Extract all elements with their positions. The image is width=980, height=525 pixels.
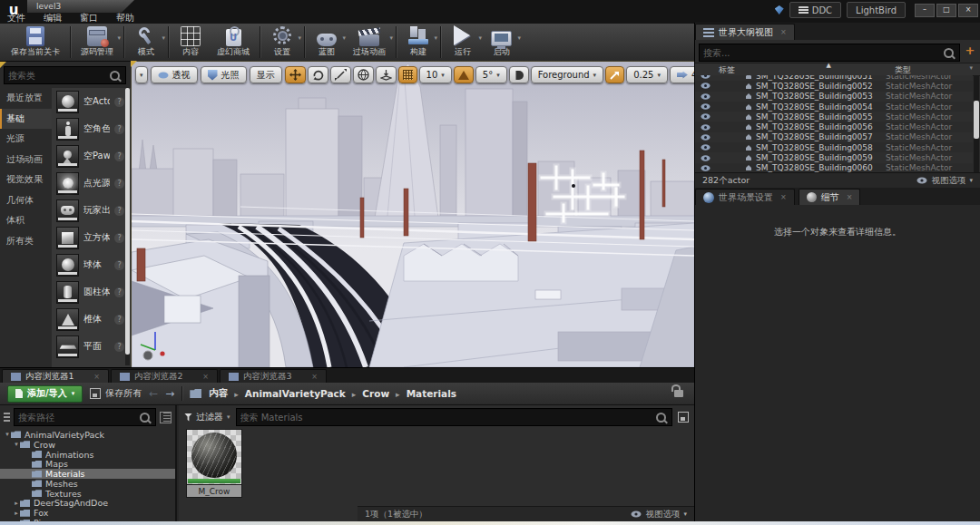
rotation-snap-value[interactable]: 5° xyxy=(475,66,507,83)
level-tab[interactable]: level3 xyxy=(27,0,134,13)
close-tab-icon[interactable]: × xyxy=(780,193,787,201)
tab-world-outliner[interactable]: 世界大纲视图× xyxy=(695,24,795,40)
save-all-button[interactable]: 保存所有 xyxy=(90,387,142,400)
tree-item-fox[interactable]: Fox xyxy=(0,508,175,518)
viewport-scene[interactable] xyxy=(132,62,694,367)
category-all-classes[interactable]: 所有类 xyxy=(0,231,52,252)
lock-icon[interactable] xyxy=(674,390,683,397)
outliner-search-input[interactable] xyxy=(700,48,942,58)
expand-arrow-icon[interactable] xyxy=(13,441,20,448)
menu-help[interactable]: 帮助 xyxy=(116,12,134,24)
layout-selector[interactable]: LightBird xyxy=(847,2,906,18)
list-view-icon[interactable] xyxy=(160,412,172,423)
category-cinematic[interactable]: 过场动画 xyxy=(0,150,52,170)
close-tab-icon[interactable]: × xyxy=(311,373,318,381)
place-item-empty-character[interactable]: 空角色 xyxy=(52,115,131,142)
grid-snap-toggle[interactable] xyxy=(398,66,417,83)
outliner-row[interactable]: SM_TQ3280SE_Building0056StaticMeshActor xyxy=(695,122,973,131)
rotation-snap-toggle[interactable] xyxy=(454,66,474,83)
tree-item-textures[interactable]: Textures xyxy=(0,489,175,499)
category-lights[interactable]: 光源 xyxy=(0,129,52,150)
save-level-button[interactable]: 保存当前关卡 xyxy=(4,24,67,61)
visibility-eye-icon[interactable] xyxy=(701,155,710,161)
category-recent[interactable]: 最近放置 xyxy=(0,88,52,109)
lit-mode-button[interactable]: 光照 xyxy=(201,66,247,83)
outliner-row[interactable]: SM_TQ3280SE_Building0055StaticMeshActor xyxy=(695,112,973,122)
tree-item-meshes[interactable]: Meshes xyxy=(0,479,175,489)
minimize-button[interactable]: – xyxy=(915,4,935,17)
dropdown-caret[interactable] xyxy=(117,34,121,42)
grid-snap-value[interactable]: 10 xyxy=(419,66,452,83)
outliner-scrollbar[interactable] xyxy=(974,75,979,173)
breadcrumb-crow[interactable]: Crow xyxy=(362,388,389,399)
launch-button[interactable]: 启动 xyxy=(482,24,521,61)
marketplace-button[interactable]: 虚幻商城 xyxy=(210,24,257,61)
place-search-input[interactable] xyxy=(5,71,108,81)
place-item-empty-pawn[interactable]: 空Pawn xyxy=(52,142,131,170)
visibility-eye-icon[interactable] xyxy=(701,83,710,89)
rotate-tool-button[interactable] xyxy=(308,66,328,83)
dropdown-caret[interactable] xyxy=(298,34,301,42)
blueprints-button[interactable]: 蓝图 xyxy=(308,24,346,61)
dropdown-caret[interactable] xyxy=(517,34,521,42)
outliner-filter-add-icon[interactable] xyxy=(964,44,976,57)
visibility-eye-icon[interactable] xyxy=(701,165,710,171)
viewport-options-button[interactable] xyxy=(135,66,148,83)
settings-button[interactable]: 设置 xyxy=(263,24,301,61)
save-search-icon[interactable] xyxy=(678,412,689,423)
scale-tool-button[interactable] xyxy=(330,66,351,83)
visibility-eye-icon[interactable] xyxy=(701,75,710,79)
breadcrumb-content[interactable]: 内容 xyxy=(209,387,228,400)
place-item-plane[interactable]: 平面 xyxy=(52,333,131,360)
category-basic[interactable]: 基础 xyxy=(0,109,52,130)
tab-content-browser-3[interactable]: 内容浏览器3× xyxy=(220,369,327,383)
outliner-view-options[interactable]: 视图选项 xyxy=(916,175,973,187)
perspective-button[interactable]: 透视 xyxy=(151,66,198,83)
menu-window[interactable]: 窗口 xyxy=(80,12,98,24)
tab-world-settings[interactable]: 世界场景设置× xyxy=(695,189,795,205)
column-options-caret[interactable]: ▾ xyxy=(969,64,973,72)
outliner-row[interactable]: SM_TQ3280SE_Building0053StaticMeshActor xyxy=(695,92,973,102)
forward-button[interactable]: → xyxy=(165,388,174,399)
menu-edit[interactable]: 编辑 xyxy=(44,12,62,24)
visibility-eye-icon[interactable] xyxy=(701,144,710,151)
expand-arrow-icon[interactable] xyxy=(13,500,20,507)
modes-button[interactable]: 模式 xyxy=(127,24,165,61)
place-search-box[interactable] xyxy=(4,66,126,84)
close-tab-icon[interactable]: × xyxy=(780,28,787,36)
close-tab-icon[interactable]: × xyxy=(93,373,100,381)
outliner-row[interactable]: SM_TQ3280SE_Building0054StaticMeshActor xyxy=(695,102,973,112)
maximize-button[interactable]: □ xyxy=(936,4,956,17)
tree-item-animalvarietypack[interactable]: AnimalVarietyPack xyxy=(0,430,175,440)
place-item-cone[interactable]: 椎体 xyxy=(52,306,131,333)
tree-item-crow[interactable]: Crow xyxy=(0,440,175,450)
expand-arrow-icon[interactable] xyxy=(13,510,20,517)
source-control-button[interactable]: 源码管理 xyxy=(74,24,121,61)
tab-content-browser-2[interactable]: 内容浏览器2× xyxy=(111,369,218,383)
scale-snap-toggle[interactable] xyxy=(605,66,624,83)
expand-arrow-icon[interactable] xyxy=(4,431,11,438)
dropdown-caret[interactable] xyxy=(434,34,437,42)
surface-snap-button[interactable] xyxy=(376,66,397,83)
scale-snap-value[interactable]: 0.25 xyxy=(626,66,668,83)
sources-toggle-icon[interactable] xyxy=(4,413,10,423)
menu-file[interactable]: 文件 xyxy=(7,12,25,24)
place-item-empty-actor[interactable]: 空Actor xyxy=(52,88,131,115)
place-item-point-light[interactable]: 点光源 xyxy=(52,170,131,197)
outliner-search-box[interactable] xyxy=(699,44,960,62)
outliner-row[interactable]: SM_TQ3280SE_Building0052StaticMeshActor xyxy=(695,81,973,91)
dropdown-caret[interactable] xyxy=(389,34,393,42)
close-button[interactable]: × xyxy=(958,4,978,17)
tree-item-animations[interactable]: Animations xyxy=(0,450,175,460)
outliner-row[interactable]: SM_TQ3280SE_Building0059StaticMeshActor xyxy=(695,152,973,162)
asset-tile-m-crow[interactable]: M_Crow xyxy=(186,429,242,498)
place-item-sphere[interactable]: 球体 xyxy=(52,251,131,278)
level-viewport[interactable]: 透视 光照 显示 10 5° Foreground 0.25 4 xyxy=(132,62,694,367)
visibility-eye-icon[interactable] xyxy=(701,113,710,120)
tab-content-browser-1[interactable]: 内容浏览器1× xyxy=(2,369,109,383)
place-item-player-start[interactable]: 玩家出生点 xyxy=(52,197,131,224)
tree-item-maps[interactable]: Maps xyxy=(0,459,175,469)
layer-snap-toggle[interactable] xyxy=(509,66,529,83)
category-volumes[interactable]: 体积 xyxy=(0,210,52,231)
sort-arrow-icon[interactable]: ▲ xyxy=(826,62,830,69)
